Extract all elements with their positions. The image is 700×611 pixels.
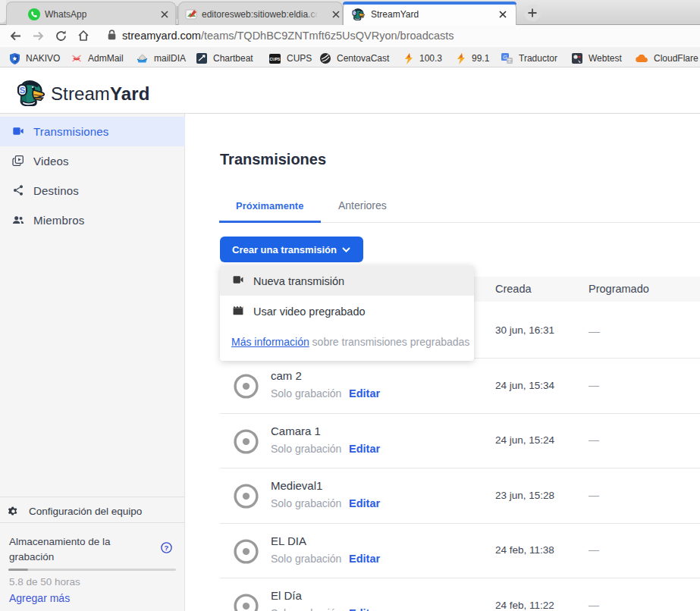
svg-text:文: 文 — [507, 58, 512, 63]
svg-text:CUPS: CUPS — [270, 57, 281, 61]
svg-text:G: G — [503, 55, 507, 60]
svg-text:?: ? — [165, 544, 169, 552]
